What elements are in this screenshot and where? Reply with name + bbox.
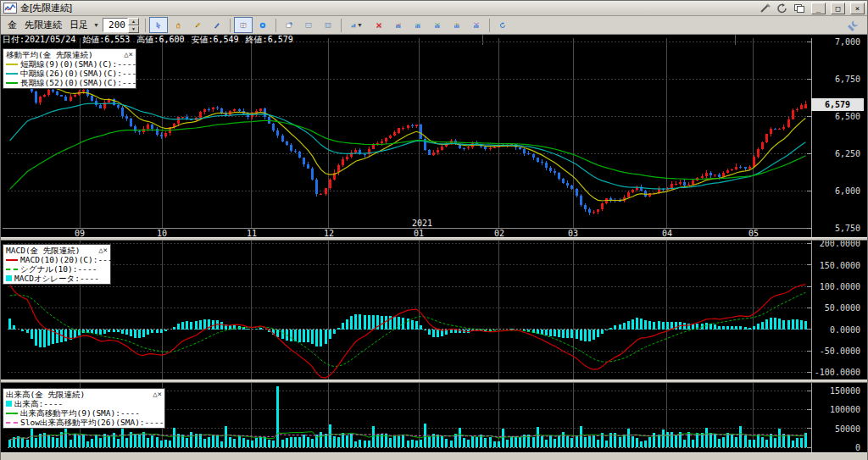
symbol-label: 金 <box>8 19 17 31</box>
crosshair-chart-button[interactable] <box>234 17 253 33</box>
toolbar: 金 先限連続 日足 ▼ 200 ▲▼ <box>1 16 867 35</box>
macd-legend-title: MACD(金 先限連続) <box>6 246 98 255</box>
info-high: 高値:6,600 <box>136 35 184 46</box>
legend-collapse-close-icons[interactable]: △× <box>124 50 133 59</box>
indicator-chart-button-4[interactable] <box>448 17 466 33</box>
legend-label: MACD(10)(20)(C):---- <box>20 255 117 264</box>
chart-type-button[interactable]: ▼ <box>345 17 369 33</box>
volume-ma9-swatch-icon <box>6 413 18 414</box>
indicator-chart-button-2[interactable] <box>409 17 427 33</box>
legend-item: MACD(10)(20)(C):---- <box>6 255 108 264</box>
legend-label: Slow出来高移動平均(26)(SMA):---- <box>20 418 164 427</box>
new-panel-button[interactable] <box>280 17 298 33</box>
legend-label: シグナル(10):---- <box>20 264 97 274</box>
legend-label: 出来高:---- <box>14 399 63 408</box>
pen-tool-button[interactable] <box>208 17 226 33</box>
indicator-chart-button-1[interactable] <box>389 17 408 33</box>
price-legend: 移動平均(金 先限連続) △× 短期線(9)(0)(SMA)(C):---- 中… <box>3 48 136 89</box>
period-select[interactable]: 日足 <box>70 19 88 31</box>
volume-legend: 出来高(金 先限連続) △× 出来高:---- 出来高移動平均(9)(SMA):… <box>3 388 165 429</box>
spin-down-icon[interactable]: ▼ <box>128 25 139 33</box>
info-close: 終値:6,579 <box>246 35 293 46</box>
info-low: 安値:6,549 <box>191 35 238 46</box>
refresh-button[interactable] <box>493 17 512 33</box>
legend-item: 出来高移動平均(9)(SMA):---- <box>6 408 162 418</box>
series-label: 先限連続 <box>25 19 62 31</box>
oscillator-swatch-icon <box>6 275 12 281</box>
legend-item: 出来高:---- <box>6 399 162 408</box>
price-legend-title-row: 移動平均(金 先限連続) △× <box>6 50 133 59</box>
settings-wrench-icon[interactable] <box>843 18 862 34</box>
legend-item: 中期線(26)(0)(SMA)(C):---- <box>6 69 133 78</box>
spin-up-icon[interactable]: ▲ <box>128 18 139 25</box>
chart-window-icon <box>3 3 17 14</box>
close-button[interactable]: × <box>850 3 865 14</box>
scroll-to-latest-button[interactable] <box>253 17 272 33</box>
legend-label: 中期線(26)(0)(SMA)(C):---- <box>20 69 142 78</box>
remove-indicator-button[interactable] <box>370 17 388 33</box>
signal-line-swatch-icon <box>6 269 18 270</box>
pan-hand-button[interactable] <box>169 17 187 33</box>
minimize-button[interactable]: _ <box>811 3 826 14</box>
legend-item: 短期線(9)(0)(SMA)(C):---- <box>6 59 133 69</box>
grid-large-button[interactable] <box>319 17 337 33</box>
bottom-scroll-bar[interactable] <box>1 452 867 460</box>
legend-collapse-close-icons[interactable]: △× <box>153 390 162 399</box>
volume-ma26-swatch-icon <box>6 422 18 424</box>
pin-icon[interactable] <box>759 3 772 14</box>
legend-label: 出来高移動平均(9)(SMA):---- <box>20 408 140 418</box>
bar-count-input[interactable]: 200 <box>103 18 128 32</box>
legend-item: Slow出来高移動平均(26)(SMA):---- <box>6 418 162 427</box>
legend-label: MACDオシレータ:---- <box>14 274 99 283</box>
legend-item: 長期線(52)(0)(SMA)(C):---- <box>6 78 133 87</box>
toolbar-separator <box>230 19 231 32</box>
toolbar-separator <box>489 19 490 32</box>
sma-mid-swatch-icon <box>6 73 18 75</box>
chart-type-dropdown-arrow-icon[interactable]: ▼ <box>357 22 363 28</box>
macd-legend-title-row: MACD(金 先限連続) △× <box>6 246 108 255</box>
bar-count-spinner[interactable]: 200 ▲▼ <box>103 18 139 32</box>
price-legend-title: 移動平均(金 先限連続) <box>6 50 124 59</box>
indicator-chart-button-3[interactable] <box>428 17 447 33</box>
panel-splitter[interactable] <box>1 380 867 383</box>
legend-item: MACDオシレータ:---- <box>6 274 108 283</box>
indicator-chart-button-5[interactable] <box>467 17 486 33</box>
volume-legend-title: 出来高(金 先限連続) <box>6 390 153 399</box>
volume-swatch-icon <box>6 401 12 407</box>
toolbar-separator <box>341 19 342 32</box>
info-open: 始値:6,553 <box>82 35 130 46</box>
current-price-tag: 6,579 <box>811 98 864 111</box>
sma-short-swatch-icon <box>6 64 18 65</box>
macd-line-swatch-icon <box>6 259 18 261</box>
legend-collapse-close-icons[interactable]: △× <box>98 246 108 255</box>
macd-legend: MACD(金 先限連続) △× MACD(10)(20)(C):---- シグナ… <box>3 244 111 285</box>
layers-icon[interactable] <box>793 3 806 14</box>
grid-small-button[interactable] <box>299 17 318 33</box>
window-title: 金[先限連続] <box>20 2 72 14</box>
legend-label: 長期線(52)(0)(SMA)(C):---- <box>20 78 142 87</box>
toolbar-separator <box>145 19 146 32</box>
info-date: 日付:2021/05/24 <box>3 35 75 46</box>
bar-count-spin-buttons[interactable]: ▲▼ <box>128 18 139 32</box>
chart-area[interactable]: 日付:2021/05/24 始値:6,553 高値:6,600 安値:6,549… <box>1 35 867 460</box>
select-cursor-button[interactable] <box>149 17 168 33</box>
app-window: 金[先限連続] _ □ × 金 先限連続 日足 ▼ 200 ▲▼ <box>0 0 868 460</box>
period-dropdown-arrow-icon[interactable]: ▼ <box>93 22 99 28</box>
rotate-icon[interactable] <box>776 3 789 14</box>
title-bar: 金[先限連続] _ □ × <box>1 1 867 16</box>
maximize-button[interactable]: □ <box>831 3 845 14</box>
legend-label: 短期線(9)(0)(SMA)(C):---- <box>20 59 136 69</box>
volume-legend-title-row: 出来高(金 先限連続) △× <box>6 390 162 399</box>
toolbar-separator <box>275 19 276 32</box>
legend-item: シグナル(10):---- <box>6 264 108 274</box>
pencil-tool-button[interactable] <box>188 17 207 33</box>
ohlc-info-bar: 日付:2021/05/24 始値:6,553 高値:6,600 安値:6,549… <box>1 35 867 45</box>
panel-splitter[interactable] <box>1 237 867 241</box>
sma-long-swatch-icon <box>6 82 18 84</box>
